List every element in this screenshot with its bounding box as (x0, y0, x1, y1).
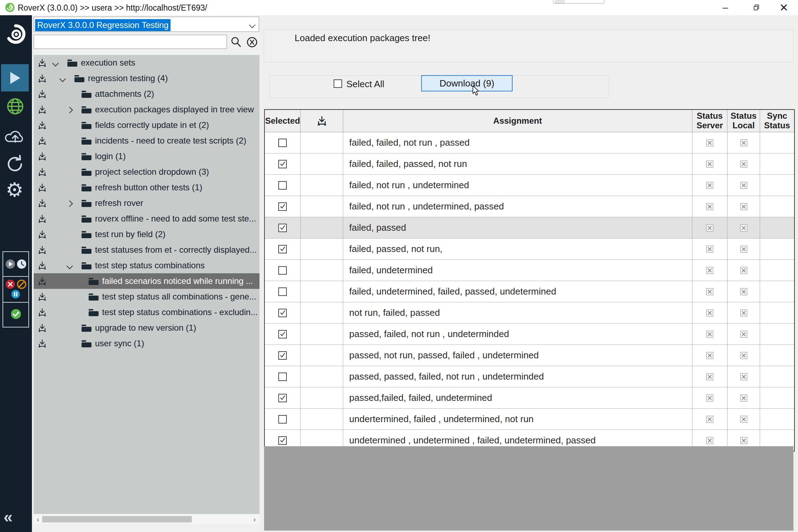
chevron-right-icon[interactable] (66, 107, 73, 113)
tree-item[interactable]: test run by field (2) (34, 226, 260, 242)
tree-item[interactable]: project selection dropdown (3) (34, 164, 260, 180)
tree-item-selected[interactable]: failed scenarios noticed while running .… (34, 273, 260, 289)
tree-item[interactable]: refresh rover (34, 195, 260, 211)
search-icon[interactable] (230, 36, 242, 49)
scroll-right-arrow[interactable]: › (251, 515, 258, 524)
tree-item[interactable]: login (1) (34, 149, 260, 164)
download-icon[interactable] (38, 167, 47, 178)
row-checkbox[interactable] (278, 415, 287, 424)
selected-cell (265, 302, 301, 323)
column-header: Assignment (343, 110, 692, 132)
row-checkbox[interactable] (278, 394, 287, 402)
status-server-cell (692, 196, 727, 217)
close-button[interactable]: ✕ (772, 0, 795, 15)
download-icon[interactable] (38, 183, 47, 194)
download-button[interactable]: Download (9) (421, 75, 513, 91)
download-icon[interactable] (38, 230, 47, 240)
status-group-running (3, 252, 28, 276)
restore-button[interactable] (745, 0, 768, 15)
download-cell (301, 387, 343, 408)
tree-item[interactable]: refresh button other tests (1) (34, 180, 260, 195)
settings-gear-icon[interactable]: ⚙ (4, 179, 26, 201)
minimize-button[interactable]: – (714, 0, 737, 15)
download-icon[interactable] (38, 89, 47, 100)
download-icon[interactable] (38, 121, 47, 131)
download-icon[interactable] (38, 58, 47, 69)
row-checkbox[interactable] (278, 266, 287, 275)
chevron-down-icon[interactable] (52, 60, 58, 66)
status-local-cell (727, 239, 760, 259)
table-row: not run, failed, passed (265, 302, 794, 324)
download-icon[interactable] (38, 152, 47, 162)
chevron-down-icon (249, 22, 255, 28)
chevron-right-icon[interactable] (66, 200, 73, 207)
select-all-checkbox[interactable] (334, 79, 342, 88)
table-row: undertermined, failed , undetermined, no… (265, 409, 794, 430)
status-server-cell (692, 217, 727, 238)
tree-search-input[interactable] (34, 35, 227, 49)
download-icon[interactable] (38, 74, 47, 84)
tree-item[interactable]: user sync (1) (34, 336, 260, 351)
row-checkbox[interactable] (278, 309, 287, 317)
sync-status-cell (760, 260, 794, 281)
row-checkbox[interactable] (278, 351, 287, 360)
scrollbar-thumb[interactable] (42, 516, 192, 522)
download-icon[interactable] (38, 308, 47, 318)
cloud-upload-icon[interactable] (5, 128, 26, 145)
tree-item[interactable]: test statuses from et - correctly displa… (34, 242, 260, 258)
download-icon[interactable] (38, 214, 47, 225)
check-mark (279, 160, 286, 167)
row-checkbox[interactable] (278, 202, 287, 211)
download-icon (38, 74, 47, 83)
download-icon[interactable] (38, 136, 47, 147)
globe-icon[interactable] (6, 97, 24, 115)
sync-status-cell (760, 217, 794, 238)
tree-item[interactable]: fields correctly update in et (2) (34, 117, 260, 133)
project-selector-dropdown[interactable]: RoverX 3.0.0.0 Regression Testing (34, 17, 259, 32)
tree-item[interactable]: regression testing (4) (34, 71, 260, 86)
download-icon[interactable] (38, 245, 47, 256)
download-icon[interactable] (38, 105, 47, 116)
folder-icon (67, 60, 77, 67)
download-icon[interactable] (38, 292, 47, 303)
tree-item[interactable]: execution packages displayed in tree vie… (34, 102, 260, 117)
row-checkbox[interactable] (278, 287, 287, 296)
row-checkbox[interactable] (278, 139, 287, 147)
status-legend-panel (2, 251, 29, 327)
collapse-sidebar-button[interactable]: « (4, 509, 27, 526)
tree-item[interactable]: incidents - need to create test scripts … (34, 133, 260, 149)
download-icon[interactable] (38, 323, 47, 334)
row-checkbox[interactable] (278, 330, 287, 338)
selected-cell (265, 175, 301, 196)
row-checkbox[interactable] (278, 160, 287, 168)
folder-icon (82, 184, 91, 191)
status-placeholder-icon (742, 247, 746, 251)
download-icon[interactable] (38, 339, 47, 349)
download-icon[interactable] (38, 261, 47, 271)
row-checkbox[interactable] (278, 373, 287, 381)
tree-horizontal-scrollbar[interactable]: ‹ › (34, 515, 260, 524)
tree-item[interactable]: upgrade to new version (1) (34, 320, 260, 336)
scroll-left-arrow[interactable]: ‹ (34, 515, 41, 524)
download-icon[interactable] (38, 198, 47, 209)
tree-item[interactable]: test step status combinations - excludin… (34, 304, 260, 320)
tree-item[interactable]: test step status combinations (34, 258, 260, 273)
tree-item-label: test step status combinations (95, 261, 205, 270)
clear-search-icon[interactable] (246, 36, 258, 49)
row-checkbox[interactable] (278, 181, 287, 190)
tree-item[interactable]: execution sets (34, 55, 260, 71)
tree-item[interactable]: test step status all combinations - gene… (34, 289, 260, 304)
chevron-down-icon[interactable] (66, 263, 73, 269)
restore-icon (753, 4, 760, 11)
run-tab-active[interactable] (1, 64, 29, 91)
table-row: passed, passed, failed, not run , undete… (265, 366, 794, 387)
refresh-icon[interactable] (6, 155, 24, 173)
status-server-cell (692, 132, 727, 153)
row-checkbox[interactable] (278, 224, 287, 232)
tree-item[interactable]: roverx offline - need to add some test s… (34, 211, 260, 226)
tree-item[interactable]: attachments (2) (34, 86, 260, 102)
row-checkbox[interactable] (278, 436, 287, 445)
download-icon[interactable] (38, 276, 47, 287)
chevron-down-icon[interactable] (59, 75, 66, 82)
row-checkbox[interactable] (278, 245, 287, 253)
